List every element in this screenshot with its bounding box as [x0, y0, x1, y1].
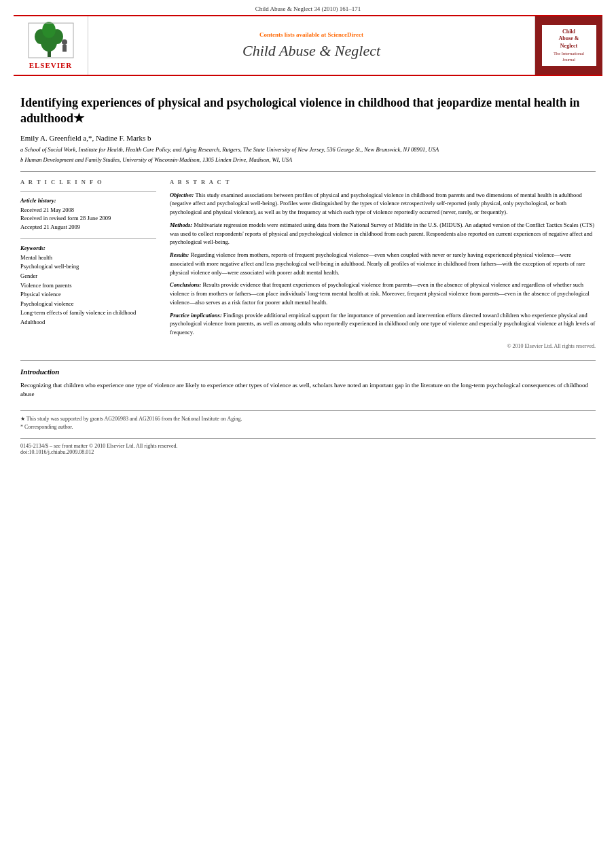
science-direct-line: Contents lists available at ScienceDirec… [259, 31, 363, 38]
revised-date: Received in revised form 28 June 2009 [20, 214, 156, 223]
abstract-content: Objective: This study examined associati… [170, 191, 596, 351]
main-divider [20, 171, 596, 172]
practice-label: Practice implications: [170, 312, 222, 319]
left-col-divider-2 [20, 238, 156, 239]
article-history-section: Article history: Received 21 May 2008 Re… [20, 197, 156, 232]
abstract-label-heading: A B S T R A C T [170, 179, 596, 185]
article-info-column: A R T I C L E I N F O Article history: R… [20, 179, 156, 351]
practice-text: Findings provide additional empirical su… [170, 312, 595, 336]
keywords-section: Keywords: Mental health Psychological we… [20, 245, 156, 327]
methods-label: Methods: [170, 221, 192, 228]
affiliation-a: a School of Social Work, Institute for H… [20, 146, 596, 154]
keyword-1: Mental health [20, 253, 156, 263]
accepted-date: Accepted 21 August 2009 [20, 223, 156, 232]
journal-citation-text: Child Abuse & Neglect 34 (2010) 161–171 [255, 5, 361, 12]
footnote-asterisk: * Corresponding author. [20, 423, 596, 431]
methods-text: Multivariate regression models were esti… [170, 221, 594, 246]
issn-line: 0145-2134/$ – see front matter © 2010 El… [20, 443, 596, 449]
conclusions-text: Results provide evidence that frequent e… [170, 281, 590, 306]
keyword-6: Psychological violence [20, 300, 156, 309]
sciencedirect-brand: ScienceDirect [328, 31, 363, 38]
journal-title-area: Contents lists available at ScienceDirec… [88, 16, 535, 75]
introduction-text: Recognizing that children who experience… [20, 381, 596, 399]
abstract-conclusions: Conclusions: Results provide evidence th… [170, 281, 596, 306]
objective-label: Objective: [170, 192, 194, 198]
intro-paragraph: Recognizing that children who experience… [20, 382, 588, 398]
article-info-label: A R T I C L E I N F O [20, 179, 156, 185]
results-text: Regarding violence from mothers, reports… [170, 251, 585, 276]
journal-logo-box: Child Abuse & Neglect The International … [535, 16, 602, 75]
svg-point-4 [42, 22, 56, 38]
results-label: Results: [170, 251, 189, 258]
svg-rect-6 [62, 45, 67, 52]
page: Child Abuse & Neglect 34 (2010) 161–171 … [0, 0, 616, 462]
received-date: Received 21 May 2008 [20, 206, 156, 215]
footnote-star: ★ This study was supported by grants AG2… [20, 415, 596, 423]
svg-point-5 [62, 39, 67, 45]
affiliation-b: b Human Development and Family Studies, … [20, 156, 596, 164]
authors-line: Emily A. Greenfield a,*, Nadine F. Marks… [20, 134, 596, 142]
keyword-5: Physical violence [20, 290, 156, 300]
abstract-practice: Practice implications: Findings provide … [170, 311, 596, 337]
keyword-7: Long-term effects of family violence in … [20, 308, 156, 318]
journal-name-title: Child Abuse & Neglect [242, 42, 380, 60]
journal-citation-header: Child Abuse & Neglect 34 (2010) 161–171 [0, 0, 616, 15]
article-history-label: Article history: [20, 197, 156, 204]
keyword-4: Violence from parents [20, 281, 156, 291]
introduction-heading: Introduction [20, 368, 596, 376]
conclusions-label: Conclusions: [170, 281, 201, 288]
introduction-section: Introduction Recognizing that children w… [20, 360, 596, 399]
abstract-objective: Objective: This study examined associati… [170, 191, 596, 217]
elsevier-logo: ELSEVIER [14, 16, 88, 75]
abstract-methods: Methods: Multivariate regression models … [170, 221, 596, 247]
article-title: Identifying experiences of physical and … [20, 95, 596, 127]
keyword-2: Psychological well-being [20, 262, 156, 272]
keyword-3: Gender [20, 272, 156, 281]
doi-line: doi:10.1016/j.chiabu.2009.08.012 [20, 449, 596, 455]
elsevier-tree-icon [27, 22, 75, 59]
left-col-divider-1 [20, 191, 156, 192]
footnotes-area: ★ This study was supported by grants AG2… [20, 410, 596, 431]
elsevier-text: ELSEVIER [29, 61, 73, 69]
keywords-label: Keywords: [20, 245, 156, 251]
abstract-results: Results: Regarding violence from mothers… [170, 251, 596, 276]
journal-banner: ELSEVIER Contents lists available at Sci… [14, 15, 602, 76]
copyright-line: © 2010 Elsevier Ltd. All rights reserved… [170, 342, 596, 351]
journal-logo-inner: Child Abuse & Neglect The International … [542, 25, 596, 66]
two-column-layout: A R T I C L E I N F O Article history: R… [20, 179, 596, 351]
bottom-bar: 0145-2134/$ – see front matter © 2010 El… [20, 438, 596, 455]
keyword-8: Adulthood [20, 318, 156, 327]
objective-text: This study examined associations between… [170, 192, 582, 216]
abstract-column: A B S T R A C T Objective: This study ex… [170, 179, 596, 351]
main-content: Identifying experiences of physical and … [0, 76, 616, 462]
contents-text: Contents lists available at [259, 31, 326, 38]
